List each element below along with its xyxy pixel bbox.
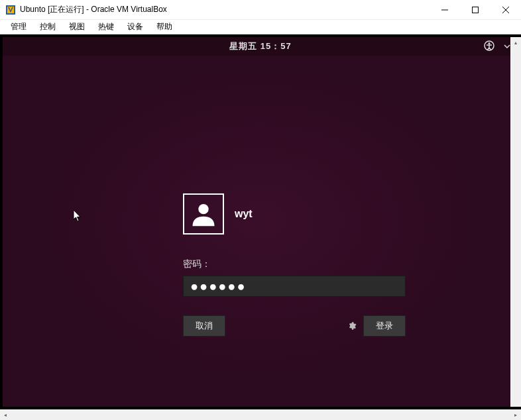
panel-indicators (484, 40, 510, 53)
menu-control[interactable]: 控制 (34, 20, 61, 34)
scroll-up-icon[interactable]: ▴ (510, 37, 521, 48)
login-button[interactable]: 登录 (363, 315, 406, 337)
menu-help[interactable]: 帮助 (151, 20, 178, 34)
menu-manage[interactable]: 管理 (5, 20, 32, 34)
panel-datetime: 星期五 15：57 (229, 40, 292, 52)
close-button[interactable] (491, 0, 521, 20)
login-box: wyt 密码： 取消 登录 (183, 193, 408, 337)
cancel-button[interactable]: 取消 (183, 315, 225, 337)
password-input[interactable] (183, 276, 406, 297)
scroll-track[interactable] (11, 409, 510, 420)
svg-rect-3 (473, 7, 479, 13)
scroll-left-icon[interactable]: ◂ (0, 412, 11, 418)
user-row: wyt (183, 193, 408, 235)
minimize-button[interactable] (430, 0, 460, 20)
username: wyt (235, 208, 253, 220)
titlebar: Ubunto [正在运行] - Oracle VM VirtualBox (0, 0, 521, 20)
virtualbox-icon (5, 5, 16, 15)
vm-viewport: 星期五 15：57 wyt 密码： 取消 (0, 34, 521, 409)
menu-hotkeys[interactable]: 热键 (93, 20, 119, 34)
password-label: 密码： (183, 258, 408, 270)
avatar (183, 193, 224, 235)
menu-devices[interactable]: 设备 (122, 20, 148, 34)
chevron-down-icon[interactable] (504, 42, 510, 52)
ubuntu-login-screen: 星期五 15：57 wyt 密码： 取消 (3, 37, 518, 407)
svg-point-7 (489, 42, 491, 44)
svg-point-8 (198, 204, 208, 214)
vertical-scrollbar[interactable]: ▴ (510, 37, 521, 407)
horizontal-scrollbar[interactable]: ◂ ▸ (0, 409, 521, 420)
menubar: 管理 控制 视图 热键 设备 帮助 (0, 20, 521, 34)
accessibility-icon[interactable] (484, 40, 494, 53)
menu-view[interactable]: 视图 (64, 20, 90, 34)
ubuntu-top-panel: 星期五 15：57 (3, 37, 518, 56)
scroll-right-icon[interactable]: ▸ (510, 412, 521, 418)
session-gear-icon[interactable] (347, 321, 357, 331)
button-row: 取消 登录 (183, 315, 406, 337)
cursor-icon (73, 209, 82, 225)
maximize-button[interactable] (460, 0, 491, 20)
window-title: Ubunto [正在运行] - Oracle VM VirtualBox (20, 4, 430, 15)
window-controls (430, 0, 521, 20)
